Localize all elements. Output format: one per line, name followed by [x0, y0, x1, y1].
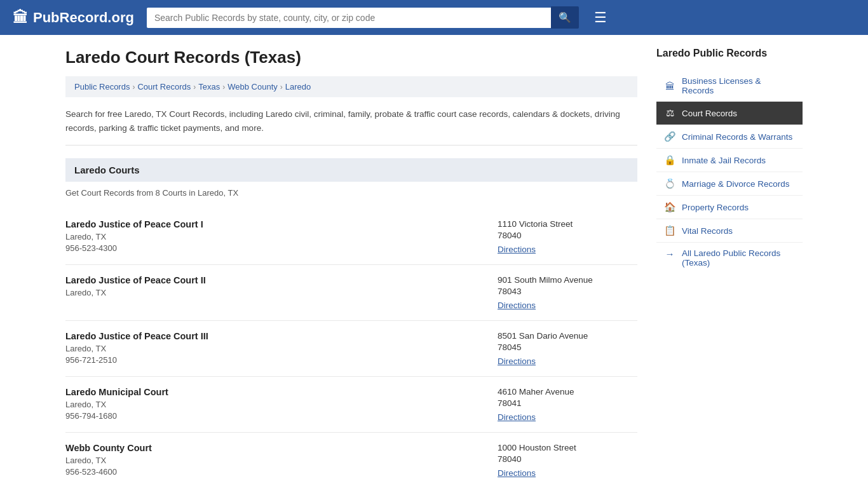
court-zip: 78041	[498, 398, 637, 408]
court-address: 8501 San Dario Avenue	[498, 331, 637, 341]
breadcrumb: Public Records › Court Records › Texas ›…	[65, 76, 637, 97]
court-zip: 78040	[498, 454, 637, 464]
logo-text: PubRecord.org	[33, 10, 134, 26]
court-zip: 78045	[498, 342, 637, 352]
sidebar-item-vital-records[interactable]: 📋 Vital Records	[656, 219, 803, 243]
court-city: Laredo, TX	[65, 288, 498, 297]
court-left: Laredo Justice of Peace Court II Laredo,…	[65, 275, 498, 299]
breadcrumb-court-records[interactable]: Court Records	[137, 82, 191, 92]
directions-link[interactable]: Directions	[498, 412, 536, 422]
court-name: Laredo Justice of Peace Court II	[65, 275, 498, 285]
directions-link[interactable]: Directions	[498, 356, 536, 366]
sidebar-item-label: Criminal Records & Warrants	[682, 132, 792, 142]
sidebar-title: Laredo Public Records	[656, 48, 803, 63]
court-zip: 78043	[498, 287, 637, 296]
sidebar: Laredo Public Records 🏛 Business License…	[656, 48, 803, 488]
sidebar-item-icon: ⚖	[664, 107, 675, 119]
court-city: Laredo, TX	[65, 232, 498, 241]
breadcrumb-sep-2: ›	[193, 83, 196, 92]
sidebar-item-label: Vital Records	[682, 226, 733, 236]
page-container: Laredo Court Records (Texas) Public Reco…	[53, 35, 815, 488]
sidebar-item-icon: 💍	[664, 178, 675, 189]
page-description: Search for free Laredo, TX Court Records…	[65, 107, 637, 146]
court-address: 4610 Maher Avenue	[498, 387, 637, 396]
sidebar-item-label: Business Licenses & Records	[682, 76, 795, 95]
court-entry: Laredo Justice of Peace Court III Laredo…	[65, 321, 637, 377]
sidebar-all-label: All Laredo Public Records (Texas)	[682, 248, 795, 268]
court-right: 1000 Houston Street 78040 Directions	[498, 443, 637, 478]
court-address: 1110 Victoria Street	[498, 219, 637, 229]
court-right: 901 South Milmo Avenue 78043 Directions	[498, 275, 637, 310]
sidebar-item-icon: 🔒	[664, 154, 675, 166]
sidebar-item-property-records[interactable]: 🏠 Property Records	[656, 196, 803, 219]
court-phone: 956-523-4600	[65, 467, 498, 477]
court-city: Laredo, TX	[65, 400, 498, 409]
sidebar-item-all[interactable]: → All Laredo Public Records (Texas)	[656, 243, 803, 273]
court-left: Laredo Justice of Peace Court I Laredo, …	[65, 219, 498, 253]
court-name: Laredo Justice of Peace Court III	[65, 331, 498, 341]
breadcrumb-laredo[interactable]: Laredo	[285, 82, 311, 92]
directions-link[interactable]: Directions	[498, 468, 536, 478]
arrow-icon: →	[664, 248, 675, 259]
sidebar-item-court-records[interactable]: ⚖ Court Records	[656, 102, 803, 125]
court-address: 901 South Milmo Avenue	[498, 275, 637, 285]
breadcrumb-texas[interactable]: Texas	[198, 82, 220, 92]
breadcrumb-sep-1: ›	[132, 83, 135, 92]
sidebar-item-icon: 🏛	[664, 81, 675, 92]
main-content: Laredo Court Records (Texas) Public Reco…	[65, 48, 637, 488]
search-icon: 🔍	[559, 12, 571, 23]
menu-icon: ☰	[594, 10, 607, 25]
breadcrumb-sep-3: ›	[222, 83, 225, 92]
sidebar-item-business-licenses-records[interactable]: 🏛 Business Licenses & Records	[656, 71, 803, 102]
section-subtext: Get Court Records from 8 Courts in Lared…	[65, 188, 637, 198]
sidebar-item-icon: 📋	[664, 225, 675, 236]
court-phone: 956-721-2510	[65, 355, 498, 365]
court-entry: Laredo Municipal Court Laredo, TX 956-79…	[65, 377, 637, 433]
logo-icon: 🏛	[13, 9, 28, 27]
court-entry: Laredo Justice of Peace Court II Laredo,…	[65, 265, 637, 321]
sidebar-item-icon: 🔗	[664, 131, 675, 142]
court-phone: 956-794-1680	[65, 411, 498, 421]
sidebar-item-icon: 🏠	[664, 201, 675, 213]
court-city: Laredo, TX	[65, 344, 498, 353]
court-left: Laredo Municipal Court Laredo, TX 956-79…	[65, 387, 498, 421]
breadcrumb-webb-county[interactable]: Webb County	[227, 82, 278, 92]
court-name: Webb County Court	[65, 443, 498, 453]
sidebar-item-inmate-jail-records[interactable]: 🔒 Inmate & Jail Records	[656, 149, 803, 172]
court-phone: 956-523-4300	[65, 243, 498, 253]
menu-button[interactable]: ☰	[592, 8, 609, 27]
court-right: 4610 Maher Avenue 78041 Directions	[498, 387, 637, 422]
section-header: Laredo Courts	[65, 158, 637, 182]
sidebar-item-label: Court Records	[682, 109, 737, 118]
court-zip: 78040	[498, 231, 637, 240]
court-left: Webb County Court Laredo, TX 956-523-460…	[65, 443, 498, 477]
sidebar-item-criminal-records-warrants[interactable]: 🔗 Criminal Records & Warrants	[656, 125, 803, 149]
sidebar-item-label: Inmate & Jail Records	[682, 156, 766, 165]
logo[interactable]: 🏛 PubRecord.org	[13, 9, 134, 27]
court-name: Laredo Municipal Court	[65, 387, 498, 397]
directions-link[interactable]: Directions	[498, 245, 536, 254]
court-entry: Webb County Court Laredo, TX 956-523-460…	[65, 433, 637, 488]
page-title: Laredo Court Records (Texas)	[65, 48, 637, 67]
directions-link[interactable]: Directions	[498, 301, 536, 310]
sidebar-item-label: Property Records	[682, 203, 749, 212]
search-button[interactable]: 🔍	[551, 6, 579, 29]
court-entry: Laredo Justice of Peace Court I Laredo, …	[65, 209, 637, 265]
court-right: 8501 San Dario Avenue 78045 Directions	[498, 331, 637, 366]
breadcrumb-sep-4: ›	[280, 83, 283, 92]
search-area: 🔍	[147, 6, 579, 29]
court-name: Laredo Justice of Peace Court I	[65, 219, 498, 229]
search-input[interactable]	[147, 8, 551, 28]
courts-list: Laredo Justice of Peace Court I Laredo, …	[65, 209, 637, 488]
sidebar-item-marriage-divorce-records[interactable]: 💍 Marriage & Divorce Records	[656, 172, 803, 196]
court-address: 1000 Houston Street	[498, 443, 637, 452]
court-right: 1110 Victoria Street 78040 Directions	[498, 219, 637, 254]
court-left: Laredo Justice of Peace Court III Laredo…	[65, 331, 498, 365]
court-city: Laredo, TX	[65, 456, 498, 465]
breadcrumb-public-records[interactable]: Public Records	[74, 82, 130, 92]
header: 🏛 PubRecord.org 🔍 ☰	[0, 0, 868, 35]
sidebar-item-label: Marriage & Divorce Records	[682, 179, 790, 189]
